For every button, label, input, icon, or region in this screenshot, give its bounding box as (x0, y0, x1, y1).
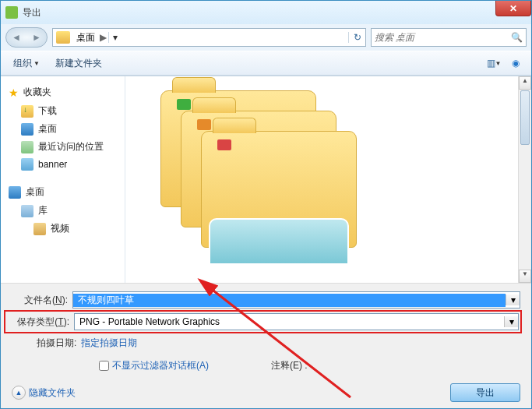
close-button[interactable]: ✕ (495, 1, 531, 16)
filename-label: 文件名(N): (5, 294, 72, 307)
savetype-label: 保存类型(T): (7, 316, 74, 329)
titlebar[interactable]: 导出 ✕ (1, 1, 531, 24)
export-dialog: 导出 ✕ ◄ ► 桌面 ▶ ▾ ↻ 🔍 组织 ▼ 新建文件夹 (0, 0, 532, 409)
close-icon: ✕ (509, 3, 517, 14)
export-button[interactable]: 导出 (450, 383, 520, 402)
footer: ▲ 隐藏文件夹 导出 (1, 377, 531, 408)
chevron-down-icon: ▼ (33, 60, 40, 67)
scroll-up-button[interactable]: ▲ (519, 76, 531, 90)
search-box[interactable]: 🔍 (371, 28, 527, 47)
app-icon (5, 6, 18, 19)
sidebar: ★ 收藏夹 下载 桌面 最近访问的位置 banner 桌面 (1, 76, 125, 283)
sidebar-item-banner[interactable]: banner (4, 156, 122, 173)
video-icon (33, 223, 46, 235)
new-folder-button[interactable]: 新建文件夹 (49, 55, 108, 72)
savetype-row-highlighted: 保存类型(T): PNG - Portable Network Graphics… (4, 310, 522, 333)
hide-filter-checkbox[interactable]: 不显示过滤器对话框(A) (99, 359, 209, 372)
toolbar: 组织 ▼ 新建文件夹 ▥ ▼ ◉ (1, 51, 531, 76)
chevron-right-icon[interactable]: ▶ (98, 32, 108, 43)
content-pane[interactable]: ▲ ▼ (125, 76, 531, 283)
breadcrumb-item[interactable]: 桌面 (73, 31, 98, 44)
hide-folders-toggle[interactable]: ▲ 隐藏文件夹 (12, 386, 76, 400)
sidebar-favorites-header[interactable]: ★ 收藏夹 (4, 83, 122, 102)
filename-dropdown-button[interactable]: ▾ (506, 294, 520, 305)
breadcrumb-bar[interactable]: 桌面 ▶ ▾ ↻ (52, 28, 366, 47)
organize-button[interactable]: 组织 ▼ (7, 55, 46, 72)
folder-preview (160, 90, 347, 246)
shot-date-field[interactable]: 拍摄日期: 指定拍摄日期 (37, 337, 137, 350)
hide-filter-checkbox-input[interactable] (99, 361, 109, 371)
sidebar-item-recent[interactable]: 最近访问的位置 (4, 138, 122, 156)
sidebar-item-desktop[interactable]: 桌面 (4, 120, 122, 138)
library-icon (21, 205, 33, 217)
chevron-up-icon: ▲ (12, 386, 26, 400)
path-dropdown-button[interactable]: ▾ (108, 32, 121, 43)
recent-icon (21, 141, 33, 153)
star-icon: ★ (9, 86, 19, 99)
savetype-dropdown[interactable]: PNG - Portable Network Graphics ▾ (74, 313, 519, 330)
search-input[interactable] (375, 32, 511, 43)
image-icon (21, 158, 33, 171)
download-icon (21, 105, 33, 118)
sidebar-item-video[interactable]: 视频 (4, 220, 122, 238)
shot-date-value[interactable]: 指定拍摄日期 (81, 337, 137, 350)
comment-label: 注释(E) : (271, 359, 308, 372)
scroll-thumb[interactable] (520, 90, 530, 145)
desktop-icon (21, 123, 33, 136)
view-options-button[interactable]: ▥ ▼ (484, 55, 503, 72)
shot-date-label: 拍摄日期: (37, 337, 76, 350)
sidebar-item-library[interactable]: 库 (4, 202, 122, 220)
folder-icon (56, 31, 70, 44)
help-button[interactable]: ◉ (506, 55, 525, 72)
form-area: 文件名(N): 不规则四叶草 ▾ 保存类型(T): PNG - Portable… (1, 283, 531, 377)
nav-buttons: ◄ ► (5, 27, 48, 48)
sidebar-desktop-header[interactable]: 桌面 (4, 182, 122, 202)
savetype-dropdown-button[interactable]: ▾ (504, 316, 518, 327)
filename-row: 文件名(N): 不规则四叶草 ▾ (5, 291, 520, 309)
scroll-down-button[interactable]: ▼ (519, 270, 531, 283)
refresh-button[interactable]: ↻ (348, 32, 365, 43)
body: ★ 收藏夹 下载 桌面 最近访问的位置 banner 桌面 (1, 76, 531, 283)
forward-button[interactable]: ► (26, 28, 47, 47)
back-button[interactable]: ◄ (6, 28, 26, 47)
vertical-scrollbar[interactable]: ▲ ▼ (518, 76, 531, 283)
filename-input[interactable]: 不规则四叶草 ▾ (72, 291, 520, 309)
desktop-icon (9, 186, 21, 199)
window-title: 导出 (23, 6, 41, 19)
sidebar-item-downloads[interactable]: 下载 (4, 102, 122, 120)
search-icon: 🔍 (511, 32, 523, 43)
nav-row: ◄ ► 桌面 ▶ ▾ ↻ 🔍 (1, 24, 531, 51)
